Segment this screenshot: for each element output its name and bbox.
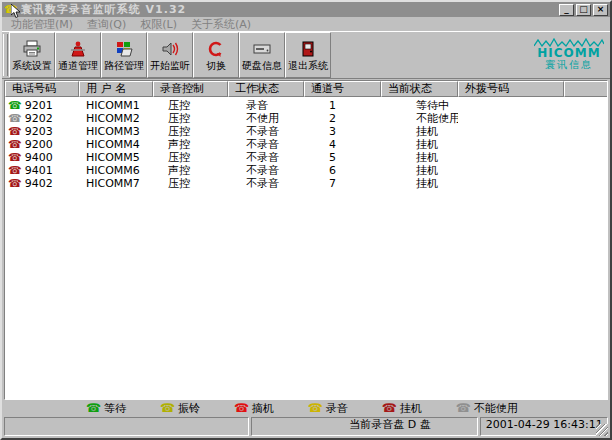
harddisk-icon xyxy=(252,39,272,59)
phone-number-cell: ☎ 9400 xyxy=(5,151,79,164)
column-header-dial[interactable]: 外拨号码 xyxy=(458,81,564,97)
record-control-cell: 压控 xyxy=(153,151,228,164)
dial-number-cell xyxy=(458,138,564,151)
toolbar-button-label: 硬盘信息 xyxy=(242,60,282,71)
harddisk-info-button[interactable]: 硬盘信息 xyxy=(239,32,285,78)
channel-number-cell: 7 xyxy=(304,177,381,190)
blank-cell xyxy=(564,164,607,177)
column-header-control[interactable]: 录音控制 xyxy=(153,81,228,97)
legend-item: ☎ 录音 xyxy=(308,401,348,416)
user-name-cell: HICOMM5 xyxy=(79,151,153,164)
status-panel-datetime: 2001-04-29 16:43:11 xyxy=(480,417,608,436)
phone-state-icon: ☎ xyxy=(160,403,175,414)
toolbar-button-label: 开始监听 xyxy=(150,60,190,71)
dial-number-cell xyxy=(458,164,564,177)
channel-management-button[interactable]: 通道管理 xyxy=(55,32,101,78)
channel-row[interactable]: ☎ 9402 HICOMM7 压控 不录音 7 挂机 xyxy=(5,177,607,190)
channel-row[interactable]: ☎ 9200 HICOMM4 声控 不录音 4 挂机 xyxy=(5,138,607,151)
column-header-work[interactable]: 工作状态 xyxy=(228,81,304,97)
blank-cell xyxy=(564,151,607,164)
close-button[interactable]: × xyxy=(593,4,608,16)
work-status-cell: 录音 xyxy=(228,99,304,112)
record-control-cell: 压控 xyxy=(153,112,228,125)
exit-system-button[interactable]: 退出系统 xyxy=(285,32,331,78)
channel-listview: 电话号码 用 户 名 录音控制 工作状态 通道号 当前状态 外拨号码 ☎ 920… xyxy=(4,80,608,400)
blank-cell xyxy=(564,125,607,138)
phone-number-cell: ☎ 9401 xyxy=(5,164,79,177)
record-control-cell: 压控 xyxy=(153,99,228,112)
current-status-cell: 挂机 xyxy=(381,177,458,190)
phone-number-cell: ☎ 9201 xyxy=(5,99,79,112)
blank-cell xyxy=(564,99,607,112)
exit-icon xyxy=(300,39,316,59)
start-listen-button[interactable]: 开始监听 xyxy=(147,32,193,78)
phone-state-icon: ☎ xyxy=(8,126,22,137)
channel-number-cell: 5 xyxy=(304,151,381,164)
record-control-cell: 声控 xyxy=(153,138,228,151)
maximize-button[interactable]: □ xyxy=(576,4,591,16)
channel-number-cell: 4 xyxy=(304,138,381,151)
phone-state-icon: ☎ xyxy=(8,100,22,111)
user-name-cell: HICOMM2 xyxy=(79,112,153,125)
phone-state-icon: ☎ xyxy=(382,403,397,414)
current-status-cell: 挂机 xyxy=(381,125,458,138)
listen-speaker-icon xyxy=(160,39,180,59)
blank-cell xyxy=(564,177,607,190)
user-name-cell: HICOMM3 xyxy=(79,125,153,138)
channel-number-cell: 3 xyxy=(304,125,381,138)
phone-number-cell: ☎ 9200 xyxy=(5,138,79,151)
window-title: 寰讯数字录音监听系统 V1.32 xyxy=(21,2,559,17)
record-control-cell: 压控 xyxy=(153,125,228,138)
title-bar[interactable]: ☎ 寰讯数字录音监听系统 V1.32 _ □ × xyxy=(2,2,610,17)
phone-state-icon: ☎ xyxy=(8,152,22,163)
switch-icon xyxy=(207,39,225,59)
dial-number-cell xyxy=(458,125,564,138)
legend-item: ☎ 挂机 xyxy=(382,401,422,416)
column-header-status[interactable]: 当前状态 xyxy=(381,81,458,97)
legend-item: ☎ 不能使用 xyxy=(456,401,518,416)
channel-number-cell: 6 xyxy=(304,164,381,177)
system-settings-button[interactable]: 系统设置 xyxy=(9,32,55,78)
hicomm-logo: HICOMM 寰讯信息 xyxy=(531,33,607,75)
logo-brand-text: HICOMM xyxy=(537,47,600,59)
path-management-button[interactable]: 路径管理 xyxy=(101,32,147,78)
column-header-channel[interactable]: 通道号 xyxy=(304,81,381,97)
toolbar-grip[interactable] xyxy=(3,34,8,76)
phone-state-icon: ☎ xyxy=(8,139,22,150)
channel-number-cell: 1 xyxy=(304,99,381,112)
menu-query[interactable]: 查询(Q) xyxy=(80,17,133,32)
column-header-user[interactable]: 用 户 名 xyxy=(79,81,153,97)
phone-state-icon: ☎ xyxy=(8,165,22,176)
channel-icon xyxy=(69,39,87,59)
phone-number-cell: ☎ 9202 xyxy=(5,112,79,125)
resize-grip[interactable] xyxy=(596,424,608,436)
dial-number-cell xyxy=(458,177,564,190)
minimize-button[interactable]: _ xyxy=(559,4,574,16)
current-status-cell: 不能使用 xyxy=(381,112,458,125)
blank-cell xyxy=(564,112,607,125)
channel-row[interactable]: ☎ 9203 HICOMM3 压控 不录音 3 挂机 xyxy=(5,125,607,138)
dial-number-cell xyxy=(458,151,564,164)
column-header-phone[interactable]: 电话号码 xyxy=(5,81,79,97)
current-status-cell: 挂机 xyxy=(381,151,458,164)
channel-row[interactable]: ☎ 9201 HICOMM1 压控 录音 1 等待中 xyxy=(5,99,607,112)
channel-row[interactable]: ☎ 9202 HICOMM2 压控 不使用 2 不能使用 xyxy=(5,112,607,125)
path-icon xyxy=(114,39,134,59)
list-header: 电话号码 用 户 名 录音控制 工作状态 通道号 当前状态 外拨号码 xyxy=(5,81,607,97)
column-header-blank[interactable] xyxy=(564,81,607,97)
menu-permission[interactable]: 权限(L) xyxy=(133,17,184,32)
user-name-cell: HICOMM1 xyxy=(79,99,153,112)
channel-row[interactable]: ☎ 9400 HICOMM5 压控 不录音 5 挂机 xyxy=(5,151,607,164)
phone-number-cell: ☎ 9402 xyxy=(5,177,79,190)
logo-company-text: 寰讯信息 xyxy=(545,59,593,70)
phone-number-cell: ☎ 9203 xyxy=(5,125,79,138)
work-status-cell: 不录音 xyxy=(228,164,304,177)
user-name-cell: HICOMM7 xyxy=(79,177,153,190)
work-status-cell: 不录音 xyxy=(228,177,304,190)
menu-about-system[interactable]: 关于系统(A) xyxy=(184,17,258,32)
dial-number-cell xyxy=(458,99,564,112)
list-body: ☎ 9201 HICOMM1 压控 录音 1 等待中 ☎ 9202 xyxy=(5,97,607,399)
channel-row[interactable]: ☎ 9401 HICOMM6 声控 不录音 6 挂机 xyxy=(5,164,607,177)
switch-button[interactable]: 切换 xyxy=(193,32,239,78)
status-bar: 当前录音盘 D 盘 2001-04-29 16:43:11 xyxy=(2,416,610,438)
